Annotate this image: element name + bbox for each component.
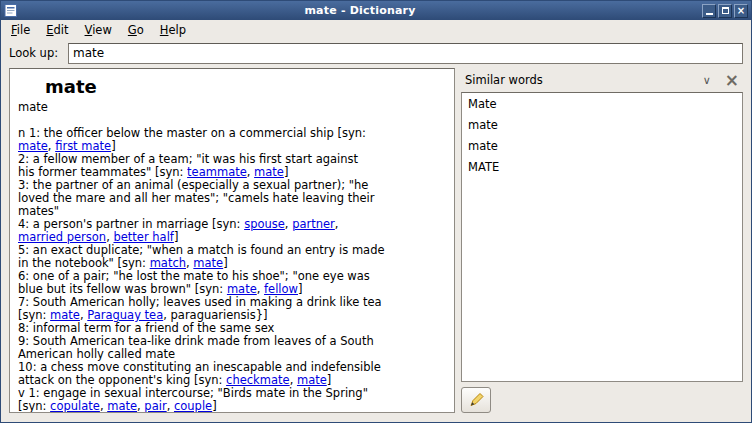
window-controls: ×	[702, 4, 748, 18]
similar-words-panel: Similar words ∨ × MatematemateMATE	[461, 68, 743, 413]
headword: mate	[45, 76, 446, 97]
lookup-label: Look up:	[9, 46, 58, 60]
definition-pane[interactable]: mate mate n 1: the officer below the mas…	[9, 68, 455, 413]
close-icon: ×	[737, 6, 745, 15]
definition-link[interactable]: checkmate	[226, 373, 290, 387]
menubar: FileEditViewGoHelp	[1, 20, 751, 40]
maximize-icon	[722, 7, 729, 14]
dictionary-window: mate - Dictionary × FileEditViewGoHelp L…	[0, 0, 752, 423]
menu-view[interactable]: View	[77, 20, 120, 40]
definition-body: mate n 1: the officer below the master o…	[18, 101, 446, 413]
close-button[interactable]: ×	[734, 4, 748, 18]
similar-words-header: Similar words ∨ ×	[461, 68, 743, 92]
definition-link[interactable]: better half	[113, 230, 173, 244]
minimize-icon	[706, 13, 713, 15]
definition-line: mate	[18, 101, 446, 114]
definition-link[interactable]: Paraguay tea	[87, 308, 163, 322]
menu-go[interactable]: Go	[120, 20, 152, 40]
definition-link[interactable]: mate	[297, 373, 327, 387]
definition-link[interactable]: copulate	[50, 399, 100, 413]
content-area: mate mate n 1: the officer below the mas…	[1, 66, 751, 422]
definition-link[interactable]: married person	[18, 230, 106, 244]
definition-link[interactable]: mate	[18, 139, 48, 153]
definition-link[interactable]: mate	[254, 165, 284, 179]
sidebar-footer	[461, 382, 743, 413]
definition-link[interactable]: first mate	[55, 139, 111, 153]
definition-line: loved the mare and all her mates"; "came…	[18, 192, 446, 205]
maximize-button[interactable]	[718, 4, 732, 18]
menu-file[interactable]: File	[3, 20, 38, 40]
definition-link[interactable]: fellow	[264, 282, 298, 296]
similar-words-list[interactable]: MatematemateMATE	[461, 92, 743, 382]
definition-link[interactable]: spouse	[244, 217, 285, 231]
app-icon[interactable]	[4, 4, 18, 17]
definition-link[interactable]: mate	[193, 256, 223, 270]
pencil-icon	[468, 392, 484, 408]
similar-word-item[interactable]: mate	[462, 114, 742, 135]
definition-link[interactable]: mate	[50, 308, 80, 322]
definition-link[interactable]: couple	[174, 399, 212, 413]
menu-edit[interactable]: Edit	[38, 20, 76, 40]
similar-word-item[interactable]: mate	[462, 135, 742, 156]
definition-link[interactable]: mate	[107, 399, 137, 413]
definition-line: [syn: copulate, mate, pair, couple]	[18, 400, 446, 413]
sidebar-title: Similar words	[465, 73, 691, 87]
menu-help[interactable]: Help	[152, 20, 194, 40]
minimize-button[interactable]	[702, 4, 716, 18]
chevron-down-icon[interactable]: ∨	[699, 74, 715, 87]
definition-link[interactable]: pair	[144, 399, 166, 413]
definition-link[interactable]: partner	[292, 217, 335, 231]
lookup-input[interactable]	[68, 43, 743, 64]
definition-link[interactable]: teammate	[187, 165, 247, 179]
similar-word-item[interactable]: Mate	[462, 93, 742, 114]
lookup-row: Look up:	[1, 40, 751, 66]
similar-word-item[interactable]: MATE	[462, 156, 742, 177]
titlebar[interactable]: mate - Dictionary ×	[1, 1, 751, 20]
definition-link[interactable]: match	[150, 256, 186, 270]
sidebar-close-icon[interactable]: ×	[723, 72, 741, 89]
definition-link[interactable]: mate	[227, 282, 257, 296]
clear-button[interactable]	[461, 387, 491, 413]
window-title: mate - Dictionary	[21, 1, 699, 20]
